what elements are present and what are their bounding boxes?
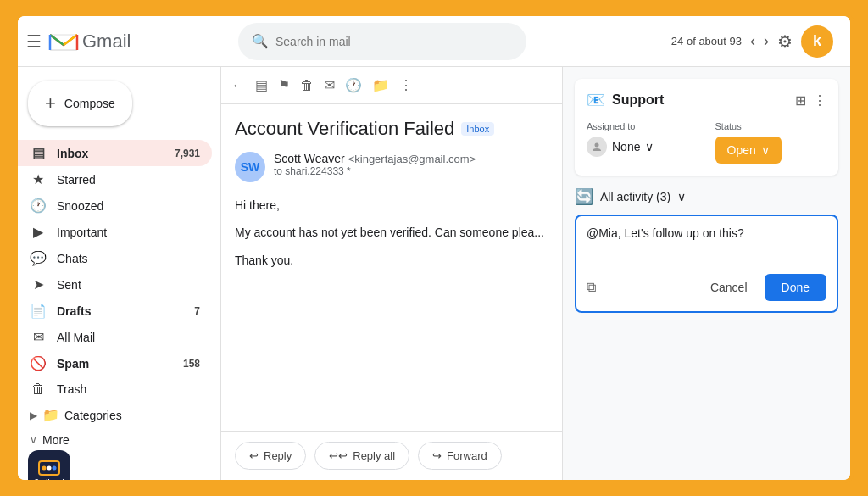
trash-icon: 🗑 — [30, 382, 47, 397]
pagination-text: 24 of about 93 — [671, 35, 742, 47]
onethread-badge[interactable]: Onethread — [28, 450, 70, 480]
status-group: Status Open ∨ — [715, 121, 827, 164]
sidebar-item-snoozed[interactable]: 🕐 Snoozed — [18, 192, 212, 219]
sidebar-item-all-mail[interactable]: ✉ All Mail — [18, 324, 212, 350]
search-input[interactable] — [275, 35, 513, 48]
done-button[interactable]: Done — [765, 274, 826, 301]
status-button[interactable]: Open ∨ — [715, 137, 782, 164]
compose-label: Compose — [64, 97, 115, 110]
assigned-to-value[interactable]: None ∨ — [587, 137, 698, 157]
app-title: Gmail — [82, 31, 131, 53]
sidebar-label-categories: Categories — [64, 409, 122, 422]
content-area: + Compose ▤ Inbox 7,931 ★ Starred 🕐 Snoo… — [18, 67, 850, 480]
delete-icon[interactable]: 🗑 — [300, 78, 314, 93]
status-chevron-icon: ∨ — [761, 143, 770, 157]
activity-header[interactable]: 🔄 All activity (3) ∨ — [575, 187, 838, 206]
back-icon[interactable]: ← — [231, 78, 245, 93]
drafts-icon: 📄 — [30, 303, 47, 319]
starred-icon: ★ — [30, 171, 47, 187]
inbox-icon: ▤ — [30, 145, 47, 161]
activity-label: All activity (3) — [600, 190, 670, 203]
user-avatar[interactable]: k — [801, 25, 833, 58]
compose-button[interactable]: + Compose — [28, 81, 132, 126]
sidebar-item-starred[interactable]: ★ Starred — [18, 166, 212, 192]
sender-to: to shari.224333 * — [274, 165, 476, 177]
gmail-m-icon — [48, 30, 79, 53]
external-link-icon[interactable]: ⧉ — [587, 280, 596, 295]
spam-count: 158 — [183, 358, 200, 370]
snooze-icon[interactable]: 🕐 — [345, 77, 362, 93]
assigned-chevron-icon: ∨ — [645, 140, 654, 153]
onethread-icon — [37, 460, 61, 476]
svg-point-4 — [47, 465, 52, 470]
email-content: Account Verification Failed Inbox SW Sco… — [221, 104, 562, 431]
more-chevron-icon: ∨ — [30, 434, 37, 446]
status-value: Open — [727, 143, 756, 157]
sidebar-label-starred: Starred — [57, 173, 200, 187]
mark-unread-icon[interactable]: ✉ — [324, 77, 335, 93]
comment-text: @Mia, Let's follow up on this? — [587, 226, 826, 240]
support-title: Support — [612, 92, 788, 108]
sidebar-label-inbox: Inbox — [57, 147, 164, 160]
sidebar-label-trash: Trash — [57, 382, 200, 396]
chats-icon: 💬 — [30, 250, 47, 266]
sidebar-item-inbox[interactable]: ▤ Inbox 7,931 — [18, 140, 212, 166]
comment-footer-left: ⧉ — [587, 280, 596, 295]
forward-icon: ↪ — [432, 449, 442, 462]
support-card: 📧 Support ⊞ ⋮ Assigned to — [575, 79, 838, 176]
prev-page-button[interactable]: ‹ — [750, 32, 755, 50]
right-panel-body: 📧 Support ⊞ ⋮ Assigned to — [563, 67, 850, 480]
report-icon[interactable]: ⚑ — [278, 77, 290, 93]
cancel-button[interactable]: Cancel — [700, 274, 758, 301]
sidebar-item-sent[interactable]: ➤ Sent — [18, 271, 212, 298]
important-icon: ▶ — [30, 224, 47, 240]
reply-icon: ↩ — [249, 449, 259, 462]
sent-icon: ➤ — [30, 276, 47, 293]
assigned-section: Assigned to None ∨ — [587, 121, 826, 164]
sidebar-label-all-mail: All Mail — [57, 331, 200, 344]
sender-avatar: SW — [235, 152, 265, 182]
categories-folder-icon: 📁 — [42, 407, 59, 423]
reply-button[interactable]: ↩ Reply — [235, 442, 306, 470]
snoozed-icon: 🕐 — [30, 198, 47, 214]
comment-footer: ⧉ Cancel Done — [587, 274, 826, 301]
support-header: 📧 Support ⊞ ⋮ — [587, 91, 826, 109]
sidebar-item-more[interactable]: ∨ More — [18, 428, 220, 452]
archive-icon[interactable]: ▤ — [255, 77, 268, 93]
svg-point-5 — [53, 465, 57, 470]
panel-view-icon[interactable]: ⊞ — [795, 92, 806, 109]
sender-name: Scott Weaver <kingertajas@gmail.com> — [274, 152, 476, 165]
sidebar-label-chats: Chats — [57, 252, 200, 265]
assigned-to-group: Assigned to None ∨ — [587, 121, 698, 157]
email-panel: ← ▤ ⚑ 🗑 ✉ 🕐 📁 ⋮ Account Verification Fai… — [221, 67, 562, 480]
sidebar-item-trash[interactable]: 🗑 Trash — [18, 376, 212, 402]
forward-button[interactable]: ↪ Forward — [418, 442, 502, 470]
activity-section: 🔄 All activity (3) ∨ @Mia, Let's follow … — [575, 187, 838, 313]
menu-icon[interactable]: ☰ — [26, 31, 42, 52]
settings-icon[interactable]: ⚙ — [777, 31, 793, 52]
sidebar: + Compose ▤ Inbox 7,931 ★ Starred 🕐 Snoo… — [18, 67, 221, 480]
sidebar-item-important[interactable]: ▶ Important — [18, 219, 212, 245]
sender-email: <kingertajas@gmail.com> — [348, 153, 476, 165]
email-actions: ↩ Reply ↩↩ Reply all ↪ Forward — [221, 431, 562, 480]
email-body: Hi there, My account has not yet been ve… — [235, 196, 548, 270]
sidebar-item-spam[interactable]: 🚫 Spam 158 — [18, 350, 212, 376]
more-icon[interactable]: ⋮ — [399, 77, 413, 93]
assigned-avatar — [587, 137, 607, 157]
next-page-button[interactable]: › — [764, 32, 769, 50]
sidebar-item-drafts[interactable]: 📄 Drafts 7 — [18, 298, 212, 324]
drafts-count: 7 — [194, 305, 200, 317]
move-icon[interactable]: 📁 — [372, 77, 389, 93]
support-icons: ⊞ ⋮ — [795, 92, 826, 109]
person-icon — [592, 142, 602, 152]
email-sender-row: SW Scott Weaver <kingertajas@gmail.com> … — [235, 152, 548, 182]
sidebar-item-chats[interactable]: 💬 Chats — [18, 245, 212, 271]
search-bar[interactable]: 🔍 — [238, 23, 526, 60]
sidebar-label-important: Important — [57, 226, 200, 239]
reply-all-button[interactable]: ↩↩ Reply all — [314, 442, 409, 470]
inbox-count: 7,931 — [175, 148, 200, 159]
top-bar: ☰ Gmail 🔍 — [18, 16, 850, 67]
sidebar-item-categories[interactable]: ▶ 📁 Categories — [18, 402, 220, 428]
sender-info: Scott Weaver <kingertajas@gmail.com> to … — [274, 152, 476, 177]
panel-more-icon[interactable]: ⋮ — [813, 92, 826, 109]
